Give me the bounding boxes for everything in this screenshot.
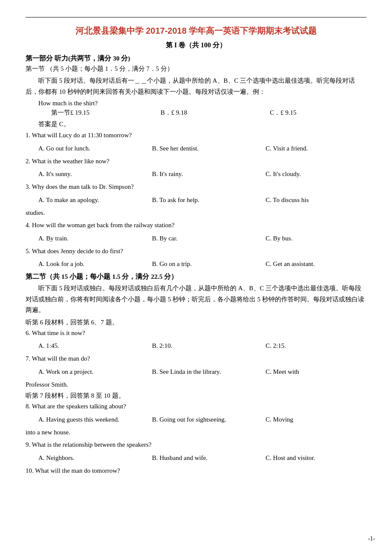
question-6-text: 6. What time is it now? bbox=[26, 328, 366, 339]
q2-opt-a: A. It's sunny. bbox=[26, 168, 139, 180]
question-2-options: A. It's sunny. B. It's rainy. C. It's cl… bbox=[26, 168, 366, 180]
q5-opt-c: C. Get an assistant. bbox=[253, 258, 366, 270]
question-2-text: 2. What is the weather like now? bbox=[26, 156, 366, 167]
question-7-continuation: Professor Smith. bbox=[26, 379, 366, 390]
q4-opt-a: A. By train. bbox=[26, 233, 139, 244]
q3-opt-a: A. To make an apology. bbox=[26, 194, 139, 206]
question-7-options: A. Work on a project. B. See Linda in th… bbox=[26, 366, 366, 378]
question-3-options: A. To make an apology. B. To ask for hel… bbox=[26, 194, 366, 206]
question-8-continuation: into a new house. bbox=[26, 427, 366, 438]
section1-desc: 听下面 5 段对话。每段对话后有一＿＿个小题，从题中所给的 A、B、C 三个选项… bbox=[26, 75, 366, 97]
q3-opt-c: C. To discuss his bbox=[253, 194, 366, 206]
question-10-text: 10. What will the man do tomorrow? bbox=[26, 465, 366, 477]
q5-opt-b: B. Go on a trip. bbox=[139, 258, 253, 270]
q1-opt-a: A. Go out for lunch. bbox=[26, 143, 139, 154]
question-4-text: 4. How will the woman get back from the … bbox=[26, 220, 366, 231]
q9-opt-c: C. Host and visitor. bbox=[253, 452, 366, 464]
question-3-text: 3. Why does the man talk to Dr. Simpson? bbox=[26, 182, 366, 193]
q8-opt-c: C. Moving bbox=[253, 414, 366, 425]
question-1-text: 1. What will Lucy do at 11:30 tomorrow? bbox=[26, 130, 366, 141]
question-6-options: A. 1:45. B. 2:10. C. 2:15. bbox=[26, 340, 366, 352]
volume-title: 第 I 卷（共 100 分） bbox=[26, 41, 366, 50]
q7-opt-b: B. See Linda in the library. bbox=[139, 366, 253, 378]
q6-opt-b: B. 2:10. bbox=[139, 340, 253, 352]
q1-opt-c: C. Visit a friend. bbox=[253, 143, 366, 154]
q7-opt-c: C. Meet with bbox=[253, 366, 366, 378]
question-4-options: A. By train. B. By car. C. By bus. bbox=[26, 233, 366, 244]
q7-opt-a: A. Work on a project. bbox=[26, 366, 139, 378]
q1-opt-b: B. See her dentist. bbox=[139, 143, 253, 154]
question-7-text: 7. What will the man do? bbox=[26, 353, 366, 364]
example-options: 第一节£ 19.15 B．£ 9.18 C．£ 9.15 bbox=[38, 107, 366, 119]
example-opt-c: C．£ 9.15 bbox=[257, 107, 366, 119]
example-opt-b: B．£ 9.18 bbox=[148, 107, 257, 119]
section2-desc: 听下面 5 段对话或独白。每段对话或独白后有几个小题，从题中所给的 A、B、C … bbox=[26, 283, 366, 316]
question-9-options: A. Neighbors. B. Husband and wife. C. Ho… bbox=[26, 452, 366, 464]
section1-heading: 第一节 （共 5 小题；每小题 1．5 分，满分 7．5 分） bbox=[26, 65, 366, 73]
top-divider bbox=[26, 17, 366, 17]
material2-intro: 听第 7 段材料，回答第 8 至 10 题。 bbox=[26, 392, 366, 400]
q6-opt-a: A. 1:45. bbox=[26, 340, 139, 352]
q9-opt-a: A. Neighbors. bbox=[26, 452, 139, 464]
example-q-text: How much is the shirt? bbox=[38, 100, 366, 107]
q8-opt-b: B. Going out for sightseeing. bbox=[139, 414, 253, 425]
example-answer: 答案是 C。 bbox=[38, 120, 366, 128]
q2-opt-b: B. It's rainy. bbox=[139, 168, 253, 180]
q8-opt-a: A. Having guests this weekend. bbox=[26, 414, 139, 425]
q6-opt-c: C. 2:15. bbox=[253, 340, 366, 352]
main-title: 河北景县梁集中学 2017-2018 学年高一英语下学期期末考试试题 bbox=[26, 25, 366, 37]
q4-opt-b: B. By car. bbox=[139, 233, 253, 244]
q2-opt-c: C. It's cloudy. bbox=[253, 168, 366, 180]
question-8-options: A. Having guests this weekend. B. Going … bbox=[26, 414, 366, 425]
example-opt-a: 第一节£ 19.15 bbox=[38, 107, 148, 119]
question-9-text: 9. What is the relationship between the … bbox=[26, 439, 366, 451]
example-question: How much is the shirt? 第一节£ 19.15 B．£ 9.… bbox=[38, 100, 366, 128]
question-5-options: A. Look for a job. B. Go on a trip. C. G… bbox=[26, 258, 366, 270]
section2-heading: 第二节（共 15 小题；每小题 1.5 分，满分 22.5 分） bbox=[26, 272, 366, 281]
q3-opt-b: B. To ask for help. bbox=[139, 194, 253, 206]
q9-opt-b: B. Husband and wife. bbox=[139, 452, 253, 464]
question-3-continuation: studies. bbox=[26, 208, 366, 219]
question-5-text: 5. What does Jenny decide to do first? bbox=[26, 246, 366, 257]
q5-opt-a: A. Look for a job. bbox=[26, 258, 139, 270]
question-1-options: A. Go out for lunch. B. See her dentist.… bbox=[26, 143, 366, 154]
q4-opt-c: C. By bus. bbox=[253, 233, 366, 244]
page-number: -1- bbox=[368, 535, 375, 542]
question-8-text: 8. What are the speakers talking about? bbox=[26, 401, 366, 412]
material1-intro: 听第 6 段材料，回答第 6、7 题。 bbox=[26, 318, 366, 327]
part1-heading: 第一部分 听力(共两节，满分 30 分) bbox=[26, 54, 366, 63]
